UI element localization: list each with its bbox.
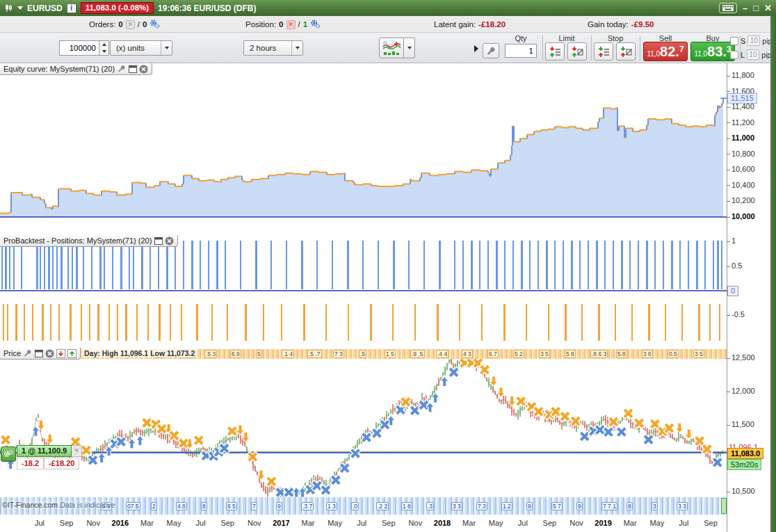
current-price-badge: 11,083.0	[727, 448, 763, 459]
gain-today-value: -£9.50	[631, 20, 654, 29]
time-axis-label: Sep	[704, 519, 718, 527]
trade-pips-token: 6 5	[226, 502, 237, 510]
limit-check-label: L	[741, 51, 745, 59]
close-panel-icon[interactable]	[165, 236, 174, 245]
time-axis-label: Jul	[35, 519, 45, 527]
open-pl-money: -£18.20	[44, 458, 79, 469]
info-button[interactable]: i	[67, 3, 76, 13]
positions-zero-badge: 0	[727, 286, 738, 296]
maximize-button[interactable]: □	[753, 3, 759, 13]
orders-label: Orders:	[89, 20, 115, 29]
position-label: Position:	[245, 20, 276, 29]
equity-panel-tab[interactable]: Equity curve: MySystem(71) (20)	[0, 63, 152, 75]
quantity-up-icon[interactable]	[99, 41, 108, 48]
time-axis: JulSepNov2016MarMayJulSepNov2017MarMayJu…	[0, 515, 727, 532]
stop-order-button-2[interactable]	[616, 42, 636, 61]
buy-button[interactable]: 11,083.3	[690, 42, 735, 61]
minimize-button[interactable]: –	[743, 3, 747, 13]
close-panel-icon[interactable]	[139, 65, 148, 74]
order-settings-button[interactable]	[483, 43, 499, 58]
limit-checkbox[interactable]	[730, 51, 738, 59]
trade-result-token: 5	[256, 350, 262, 358]
quantity-down-icon[interactable]	[99, 48, 108, 55]
title-bar: EURUSD i 11,083.0 (-0.08%) 19:06:36 EUR/…	[0, 0, 776, 16]
close-panel-icon[interactable]	[45, 349, 54, 358]
trade-result-token: .5 3	[204, 350, 217, 358]
equity-axis-label: 11,000	[731, 134, 754, 142]
sell-button[interactable]: 11,082.7	[643, 42, 688, 61]
detach-window-icon[interactable]	[128, 65, 137, 74]
symbol-dropdown-caret[interactable]	[17, 6, 23, 10]
charts-area: Equity curve: MySystem(71) (20) 11,80011…	[0, 63, 776, 532]
close-button[interactable]: ✕	[764, 3, 772, 13]
candle-countdown-badge: 53m20s	[727, 459, 761, 470]
equity-chart[interactable]	[0, 63, 727, 235]
open-position-badge[interactable]: 1 @ 11,100.9 ✕	[17, 445, 82, 457]
limit-order-button-1[interactable]	[545, 42, 565, 61]
positions-panel-title: ProBacktest - Positions: MySystem(71) (2…	[3, 236, 152, 245]
symbol-name: EURUSD	[27, 3, 63, 13]
trade-result-token: 1 5	[385, 350, 396, 358]
price-axis-label: 12,500	[731, 353, 755, 362]
positions-panel: ProBacktest - Positions: MySystem(71) (2…	[0, 235, 770, 348]
price-panel: 7 82 2 3.5 36.95.1 4.5 .77 3.51 5.9 .5.4…	[0, 348, 770, 532]
trade-pips-token: 9	[576, 502, 583, 510]
detach-window-icon[interactable]	[34, 349, 43, 358]
chart-style-button[interactable]	[379, 38, 404, 58]
strip-end-marker	[721, 498, 727, 514]
qty-label: Qty	[505, 34, 537, 42]
trade-pips-token: 7 7.1	[601, 502, 617, 510]
quantity-input[interactable]	[59, 40, 99, 56]
orders-group: Orders: 0 ✕ / 0	[89, 16, 160, 33]
time-axis-label: May	[167, 519, 181, 527]
position-close-icon[interactable]: ✕	[286, 20, 296, 29]
qty-input[interactable]	[505, 44, 537, 58]
orders-settings-icon[interactable]	[149, 19, 160, 30]
toolbar: (x) units 2 hours Qty Li	[0, 33, 770, 63]
sell-shortcut-icon[interactable]	[56, 349, 65, 358]
limit-order-button-2[interactable]	[567, 42, 587, 61]
stop-checkbox[interactable]	[730, 37, 738, 45]
stop-pips-value[interactable]: 10	[747, 35, 760, 46]
equity-axis-label: 10,600	[731, 165, 755, 173]
stop-order-button-1[interactable]	[594, 42, 613, 61]
trade-result-token: 3 5	[693, 350, 704, 358]
trade-pips-token: 1.2	[501, 502, 512, 510]
price-panel-tab[interactable]: Price	[0, 348, 81, 360]
trade-result-token: .1 4	[282, 350, 294, 358]
status-bar: Orders: 0 ✕ / 0 Position: 0 ✕ / 1 Latent…	[0, 16, 770, 33]
buy-shortcut-icon[interactable]	[67, 349, 76, 358]
trade-result-token: 0.5	[668, 350, 679, 358]
open-pl-row: -18.2 -£18.20	[17, 458, 79, 469]
trade-pips-token: 2	[151, 502, 157, 510]
positions-panel-tab[interactable]: ProBacktest - Positions: MySystem(71) (2…	[0, 235, 178, 247]
time-axis-label: Mar	[624, 519, 637, 527]
trade-pips-token: .2 2	[376, 502, 389, 510]
latent-gain-group: Latent gain: -£18.20	[434, 16, 506, 33]
wrench-icon[interactable]	[23, 349, 32, 358]
time-axis-label: May	[649, 519, 664, 527]
timeframe-select[interactable]: 2 hours	[243, 40, 303, 56]
detach-window-icon[interactable]	[154, 236, 163, 245]
chart-style-caret[interactable]	[404, 38, 415, 58]
stop-pips-row: S 10 pips	[730, 35, 776, 46]
equity-axis-label: 10,200	[731, 196, 755, 204]
keyboard-icon[interactable]	[719, 3, 737, 13]
positions-chart[interactable]	[0, 235, 727, 348]
copyright-text: ©IT-Finance.com Data is indicative	[2, 501, 115, 509]
trade-result-token: 5 8	[565, 350, 576, 358]
trade-result-token: .5	[359, 350, 366, 358]
trade-result-token: 5 2	[513, 350, 524, 358]
collapse-panel-icon[interactable]	[474, 45, 478, 52]
trade-pips-token: 8	[201, 502, 207, 510]
position-tools-icon[interactable]	[1, 446, 16, 462]
close-position-icon[interactable]: ✕	[72, 445, 82, 457]
orders-cancel-icon[interactable]: ✕	[126, 20, 135, 29]
position-settings-icon[interactable]	[310, 19, 321, 30]
limit-pips-value[interactable]: 10	[747, 49, 759, 60]
wrench-icon[interactable]	[117, 65, 126, 74]
time-axis-label: Jul	[679, 519, 688, 527]
units-select[interactable]: (x) units	[110, 40, 172, 56]
latent-gain-value: -£18.20	[478, 20, 506, 29]
orders-slash: /	[138, 20, 140, 29]
